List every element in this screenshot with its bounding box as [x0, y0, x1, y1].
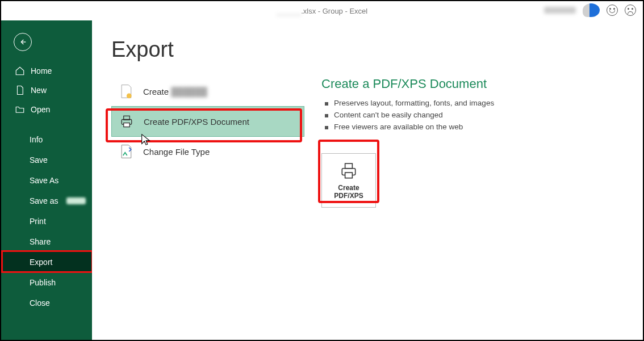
- blurred-text: ██████: [171, 87, 207, 96]
- sidebar-label: New: [31, 86, 47, 95]
- svg-point-0: [127, 94, 132, 99]
- sidebar-label: Open: [31, 105, 50, 114]
- opt-label: Create PDF/XPS Document: [144, 117, 249, 127]
- sidebar-label: Save As: [30, 176, 58, 185]
- bullet-item: Free viewers are available on the web: [325, 121, 629, 133]
- sidebar-item-share[interactable]: Share: [1, 231, 92, 252]
- sidebar-label: Home: [31, 66, 52, 75]
- detail-bullets: Preserves layout, formatting, fonts, and…: [321, 97, 629, 133]
- export-options-list: Create ██████ Create PDF/XPS Document Ch…: [111, 77, 304, 208]
- username-hidden: [544, 7, 576, 14]
- create-pdf-xps-button[interactable]: CreatePDF/XPS: [321, 153, 376, 208]
- bullet-item: Content can't be easily changed: [325, 109, 629, 121]
- title-bar: ______.xlsx - Group - Excel: [1, 1, 643, 20]
- feedback-happy-icon[interactable]: [607, 5, 618, 16]
- bullet-item: Preserves layout, formatting, fonts, and…: [325, 97, 629, 109]
- blurred-text: [66, 197, 86, 204]
- back-button[interactable]: [14, 33, 32, 51]
- svg-rect-3: [124, 123, 130, 127]
- document-icon: [118, 83, 134, 99]
- main-panel: Export Create ██████ Create PDF/XPS Docu…: [92, 20, 643, 340]
- sidebar-label: Print: [30, 217, 46, 226]
- feedback-sad-icon[interactable]: [625, 5, 636, 16]
- sidebar-item-open[interactable]: Open: [1, 100, 92, 119]
- sidebar-item-print[interactable]: Print: [1, 211, 92, 231]
- home-icon: [15, 66, 25, 76]
- sidebar-item-save-as-2[interactable]: Save as: [1, 191, 92, 211]
- button-label: CreatePDF/XPS: [334, 184, 363, 200]
- change-file-icon: [118, 144, 134, 159]
- sidebar-label: Publish: [30, 278, 56, 287]
- sidebar-label: Save as: [30, 196, 58, 205]
- sidebar-item-info[interactable]: Info: [1, 129, 92, 150]
- sidebar-item-publish[interactable]: Publish: [1, 272, 92, 293]
- sidebar-label: Share: [30, 237, 51, 246]
- printer-icon: [339, 161, 358, 180]
- svg-rect-5: [345, 163, 353, 169]
- arrow-left-icon: [18, 37, 27, 47]
- folder-open-icon: [15, 104, 25, 115]
- export-opt-create-pdf[interactable]: Create PDF/XPS Document: [111, 106, 304, 137]
- sidebar-item-close[interactable]: Close: [1, 293, 92, 313]
- opt-label: Create: [143, 87, 169, 96]
- svg-rect-6: [345, 172, 353, 178]
- sidebar-item-home[interactable]: Home: [1, 61, 92, 81]
- sidebar-item-new[interactable]: New: [1, 81, 92, 100]
- sidebar-label: Info: [30, 135, 43, 144]
- sidebar-label: Save: [30, 155, 48, 165]
- sidebar-label: Export: [30, 258, 52, 267]
- new-doc-icon: [15, 85, 25, 95]
- sidebar-item-save[interactable]: Save: [1, 150, 92, 170]
- sidebar-label: Close: [30, 298, 50, 308]
- export-opt-create-hidden[interactable]: Create ██████: [111, 77, 304, 106]
- title-group: Group: [323, 7, 343, 15]
- user-avatar[interactable]: [583, 3, 600, 17]
- doc-name-hidden: ______: [277, 7, 301, 15]
- detail-title: Create a PDF/XPS Document: [321, 77, 629, 91]
- doc-ext: .xlsx: [301, 7, 316, 15]
- backstage-sidebar: Home New Open Info Save Save As Save as …: [1, 20, 92, 340]
- page-title: Export: [111, 37, 629, 62]
- export-detail: Create a PDF/XPS Document Preserves layo…: [321, 77, 629, 208]
- title-app: Excel: [349, 7, 367, 15]
- opt-label: Change File Type: [143, 147, 210, 157]
- sidebar-item-export[interactable]: Export: [1, 252, 92, 272]
- sidebar-item-save-as[interactable]: Save As: [1, 170, 92, 191]
- export-opt-change-type[interactable]: Change File Type: [111, 137, 304, 166]
- printer-icon: [119, 113, 135, 129]
